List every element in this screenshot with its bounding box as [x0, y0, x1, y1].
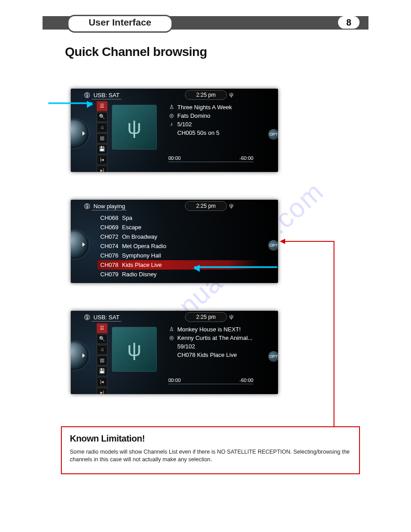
disc-icon: ◎ — [168, 112, 175, 120]
prev-icon[interactable]: |◂ — [97, 155, 107, 165]
annotation-red-arrowhead — [280, 239, 285, 244]
page-number-pill: 8 — [338, 16, 360, 29]
clock: 2:25 pm — [185, 201, 227, 211]
annotation-red-line — [334, 241, 334, 427]
note-icon: ♪ — [168, 120, 175, 129]
time-end: -60:00 — [240, 378, 253, 383]
annotation-arrow-1 — [48, 103, 92, 104]
opt-button[interactable]: OPT — [268, 129, 278, 140]
channel-line: CH078 Kids Place Live — [177, 351, 237, 359]
song-title: Three Nights A Week — [177, 103, 232, 112]
clock: 2:25 pm — [185, 312, 227, 322]
list-item[interactable]: CH076Symphony Hall — [98, 251, 260, 260]
usb-icon: ψ — [229, 313, 233, 320]
page-title: Quick Channel browsing — [65, 45, 207, 59]
song-title: Monkey House is NEXT! — [177, 325, 241, 334]
idrive-knob[interactable] — [71, 341, 89, 370]
source-label: USB: SAT — [92, 314, 121, 322]
browse-icon[interactable]: ♫ — [97, 345, 107, 355]
lib-icon[interactable]: ▥ — [97, 356, 107, 365]
channel-list: CH068Spa CH069Escape CH072On Broadway CH… — [98, 213, 260, 279]
album-art-usb: ψ — [112, 327, 157, 372]
prev-icon[interactable]: |◂ — [97, 377, 107, 387]
source-label: USB: SAT — [92, 92, 121, 99]
track-metadata: ♙Monkey House is NEXT! ◎Kenny Curtis at … — [168, 325, 253, 359]
known-limitation-callout: Known Limitation! Some radio models will… — [61, 426, 360, 474]
opt-button[interactable]: OPT — [268, 240, 278, 251]
lib-icon[interactable]: ▥ — [97, 133, 107, 143]
bt-icon: ⓖ — [84, 91, 90, 99]
screenshot-now-playing-after: ⓖ USB: SAT 2:25 pm ψ ☰ 🔍 ♫ ▥ 💾 |◂ ▸| ψ ♙… — [71, 311, 278, 394]
idrive-knob[interactable] — [71, 230, 89, 259]
track-position: 59/102 — [177, 342, 195, 351]
track-position: 5/102 — [177, 120, 192, 129]
save-icon[interactable]: 💾 — [97, 366, 107, 376]
time-bar: 00:00 -60:00 — [168, 378, 253, 384]
idrive-knob[interactable] — [71, 119, 89, 148]
source-bar: ⓖ Now playing — [71, 202, 278, 211]
sidebar-iconstrip: ☰ 🔍 ♫ ▥ 💾 |◂ ▸| — [97, 101, 107, 172]
list-item[interactable]: CH079Radio Disney — [98, 270, 260, 279]
next-icon[interactable]: ▸| — [97, 388, 107, 394]
annotation-arrow-2 — [194, 266, 277, 268]
album-art-usb: ψ — [112, 105, 157, 150]
time-start: 00:00 — [168, 378, 181, 383]
usb-icon: ψ — [229, 202, 233, 209]
search-icon[interactable]: 🔍 — [97, 334, 107, 344]
artist-name: Fats Domino — [177, 112, 210, 120]
next-icon[interactable]: ▸| — [97, 166, 107, 172]
source-bar: ⓖ USB: SAT — [71, 90, 278, 100]
save-icon[interactable]: 💾 — [97, 144, 107, 154]
list-item[interactable]: CH074Met Opera Radio — [98, 241, 260, 251]
track-metadata: ♙Three Nights A Week ◎Fats Domino ♪5/102… — [168, 103, 232, 137]
list-icon[interactable]: ☰ — [97, 323, 107, 333]
person-icon: ♙ — [168, 325, 175, 334]
source-label: Now playing — [92, 203, 127, 210]
list-item-selected[interactable]: CH078Kids Place Live — [98, 260, 260, 270]
list-item[interactable]: CH069Escape — [98, 223, 260, 232]
time-start: 00:00 — [168, 155, 181, 161]
search-icon[interactable]: 🔍 — [97, 112, 107, 122]
bt-icon: ⓖ — [84, 202, 90, 210]
artist-name: Kenny Curtis at The Animal... — [177, 334, 253, 342]
disc-icon: ◎ — [168, 334, 175, 342]
channel-line: CH005 50s on 5 — [177, 129, 219, 137]
browse-icon[interactable]: ♫ — [97, 123, 107, 133]
section-title-pill: User Interface — [67, 15, 173, 33]
sidebar-iconstrip: ☰ 🔍 ♫ ▥ 💾 |◂ ▸| — [97, 323, 107, 394]
time-bar: 00:00 -60:00 — [168, 155, 253, 162]
callout-body: Some radio models will show Channels Lis… — [70, 448, 351, 463]
screenshot-channel-list: ⓖ Now playing 2:25 pm ψ CH068Spa CH069Es… — [71, 200, 278, 283]
list-item[interactable]: CH072On Broadway — [98, 232, 260, 241]
time-end: -60:00 — [240, 155, 253, 161]
person-icon: ♙ — [168, 103, 175, 112]
annotation-red-line — [285, 241, 334, 242]
bt-icon: ⓖ — [84, 313, 90, 322]
clock: 2:25 pm — [185, 90, 227, 100]
list-icon[interactable]: ☰ — [97, 101, 107, 111]
screenshot-now-playing-before: ⓖ USB: SAT 2:25 pm ψ ☰ 🔍 ♫ ▥ 💾 |◂ ▸| ψ ♙… — [71, 89, 278, 172]
usb-icon: ψ — [229, 91, 233, 98]
list-item[interactable]: CH068Spa — [98, 213, 260, 223]
opt-button[interactable]: OPT — [268, 351, 278, 362]
source-bar: ⓖ USB: SAT — [71, 313, 278, 322]
callout-heading: Known Limitation! — [70, 433, 351, 444]
